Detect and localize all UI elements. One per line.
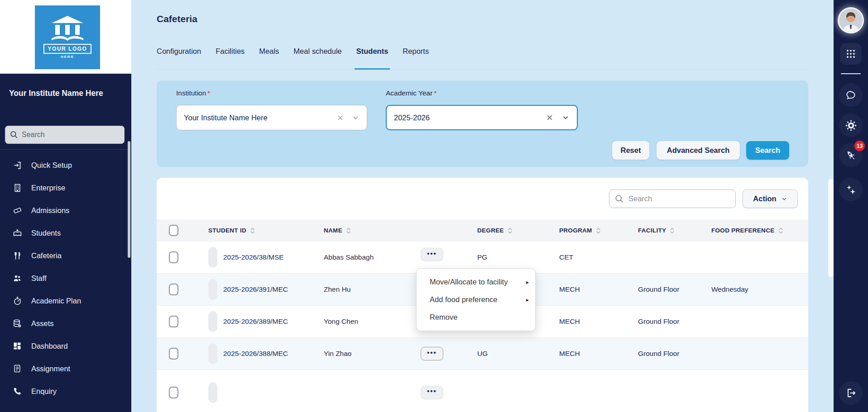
tab-students[interactable]: Students	[356, 47, 388, 69]
grid-tiles-icon	[12, 341, 22, 351]
rail-divider	[841, 73, 861, 74]
sidebar-item-label: Enquiry	[31, 387, 57, 396]
menu-item-move-allocate[interactable]: Move/Allocate to facility ▸	[417, 273, 535, 291]
sidebar-item-academic-plan[interactable]: Academic Plan	[0, 289, 128, 312]
row-actions-button[interactable]: •••	[421, 248, 443, 261]
program-cell: CET	[559, 253, 638, 261]
row-checkbox[interactable]	[169, 387, 178, 398]
select-all-checkbox[interactable]	[169, 225, 178, 236]
whats-new-button[interactable]: 13	[839, 143, 863, 167]
sidebar-item-staff[interactable]: Staff	[0, 267, 128, 289]
chat-button[interactable]	[839, 83, 863, 107]
row-checkbox[interactable]	[169, 348, 178, 360]
institution-select[interactable]: Your Institute Name Here	[176, 105, 367, 130]
clear-icon[interactable]	[337, 114, 344, 121]
sort-icon[interactable]	[595, 227, 601, 234]
sidebar-item-enterprise[interactable]: Enterprise	[0, 176, 128, 199]
row-actions-button[interactable]: •••	[421, 347, 443, 360]
sidebar-scrollbar[interactable]	[128, 141, 130, 258]
sidebar-item-assets[interactable]: Assets	[0, 312, 128, 335]
sort-icon[interactable]	[669, 227, 675, 234]
menu-item-remove[interactable]: Remove	[417, 308, 535, 326]
sidebar-item-quick-setup[interactable]: Quick Setup	[0, 154, 128, 176]
required-asterisk: *	[434, 89, 436, 97]
logo-text-2: HERE	[61, 55, 74, 59]
action-button[interactable]: Action	[743, 189, 798, 208]
reset-button[interactable]: Reset	[612, 141, 649, 160]
menu-item-add-food-preference[interactable]: Add food preference ▸	[417, 291, 535, 308]
institute-name: Your Institute Name Here	[9, 89, 125, 98]
clear-icon[interactable]	[546, 114, 553, 121]
sparkles-icon	[845, 184, 857, 195]
phone-icon	[12, 386, 22, 396]
student-id: 2025-2026/38/MSE	[223, 253, 284, 261]
row-checkbox[interactable]	[169, 251, 178, 263]
people-icon	[12, 273, 22, 283]
student-id: 2025-2026/389/MEC	[223, 317, 288, 326]
tab-meal-schedule[interactable]: Meal schedule	[293, 47, 341, 69]
main-content: Cafeteria Configuration Facilities Meals…	[131, 0, 834, 412]
logout-button[interactable]	[839, 381, 863, 405]
column-header-program[interactable]: PROGRAM	[559, 227, 638, 234]
student-name: Abbas Sabbagh	[324, 253, 421, 261]
cutlery-icon	[12, 251, 22, 260]
tab-reports[interactable]: Reports	[403, 47, 429, 69]
page-scrollbar[interactable]	[828, 179, 834, 277]
logout-icon	[845, 387, 857, 399]
sidebar-item-assignment[interactable]: Assignment	[0, 357, 128, 380]
avatar-placeholder	[208, 279, 217, 300]
sidebar-item-dashboard[interactable]: Dashboard	[0, 335, 128, 357]
cafeteria-students-page: YOUR LOGO HERE Your Institute Name Here …	[0, 0, 868, 412]
ai-assist-button[interactable]	[839, 178, 863, 201]
row-actions-button[interactable]: •••	[421, 386, 443, 399]
chevron-down-icon	[781, 196, 787, 202]
column-header-name[interactable]: NAME	[324, 227, 421, 234]
sidebar-divider	[0, 149, 131, 150]
table-search[interactable]	[609, 189, 736, 208]
sort-icon[interactable]	[778, 227, 784, 234]
sidebar-item-students[interactable]: Students	[0, 222, 128, 244]
apps-grid-button[interactable]	[840, 43, 862, 65]
row-checkbox[interactable]	[169, 316, 178, 327]
program-cell: MECH	[559, 285, 638, 294]
sort-icon[interactable]	[249, 227, 255, 234]
sidebar-search-input[interactable]	[22, 131, 112, 139]
search-icon	[615, 194, 624, 204]
column-header-student-id[interactable]: STUDENT ID	[208, 227, 324, 234]
sidebar-item-admissions[interactable]: Admissions	[0, 199, 128, 222]
tab-meals[interactable]: Meals	[259, 47, 279, 69]
student-name: Yin Zhao	[324, 350, 421, 358]
student-id: 2025-2026/388/MEC	[223, 350, 288, 358]
column-header-food-preference[interactable]: FOOD PREFERENCE	[711, 227, 808, 234]
sidebar-item-label: Assignment	[31, 365, 70, 373]
sidebar-item-label: Academic Plan	[31, 297, 81, 305]
chevron-down-icon[interactable]	[561, 114, 570, 122]
sort-icon[interactable]	[507, 227, 513, 234]
chevron-down-icon[interactable]	[352, 114, 360, 122]
user-avatar[interactable]	[839, 9, 863, 32]
tab-configuration[interactable]: Configuration	[157, 47, 201, 69]
column-header-facility[interactable]: FACILITY	[638, 227, 711, 234]
tab-facilities[interactable]: Facilities	[216, 47, 245, 69]
advanced-search-button[interactable]: Advanced Search	[657, 141, 740, 160]
row-checkbox[interactable]	[169, 284, 178, 295]
facility-cell: Ground Floor	[638, 350, 711, 358]
rocket-icon	[844, 149, 857, 161]
table-row: 2025-2026/388/MEC Yin Zhao ••• UG MECH G…	[157, 338, 808, 370]
sidebar-item-label: Assets	[31, 319, 54, 328]
sidebar-search[interactable]	[5, 126, 125, 144]
academic-year-select[interactable]: 2025-2026	[386, 105, 578, 130]
sidebar-item-enquiry[interactable]: Enquiry	[0, 380, 128, 403]
settings-button[interactable]	[839, 114, 863, 137]
facility-cell: Ground Floor	[638, 317, 711, 326]
sort-icon[interactable]	[345, 227, 351, 234]
search-button[interactable]: Search	[746, 141, 789, 160]
sidebar-item-cafeteria[interactable]: Cafeteria	[0, 244, 128, 267]
sidebar-item-label: Admissions	[31, 206, 69, 215]
table-search-input[interactable]	[628, 194, 715, 203]
sidebar-item-label: Cafeteria	[31, 251, 62, 260]
column-header-degree[interactable]: DEGREE	[477, 227, 559, 234]
academic-year-label: Academic Year*	[386, 89, 436, 97]
submenu-arrow-icon: ▸	[526, 297, 529, 303]
avatar-placeholder	[208, 311, 217, 332]
